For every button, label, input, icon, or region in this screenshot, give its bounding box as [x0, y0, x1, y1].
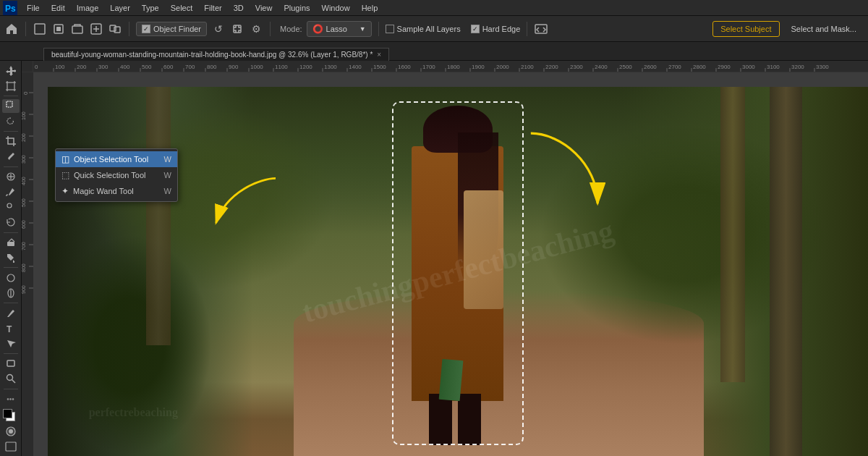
canvas-content: touchingperfectbeaching perfectrebeachin… — [33, 72, 868, 456]
pen-tool[interactable] — [2, 306, 20, 320]
history-brush-tool[interactable] — [2, 216, 20, 229]
menu-plugins[interactable]: Plugins — [278, 2, 315, 14]
file-tab-name: beautiful-young-woman-standing-mountain-… — [51, 51, 373, 59]
hard-edge-wrapper[interactable]: ✓ Hard Edge — [471, 25, 521, 33]
foliage-detail-3 — [48, 235, 212, 456]
screen-mode-btn[interactable] — [2, 439, 20, 453]
svg-point-24 — [7, 203, 12, 208]
woman-figure — [401, 106, 516, 445]
options-bar: ✓ Object Finder ↺ ⚙ Mode: ⭕ Lasso ▼ Samp… — [0, 16, 868, 42]
menu-bar: Ps File Edit Image Layer Type Select Fil… — [0, 0, 868, 16]
rect-tool-icon-2[interactable] — [51, 22, 66, 36]
blur-tool[interactable] — [2, 271, 20, 284]
svg-text:0: 0 — [35, 64, 38, 70]
sample-all-layers-wrapper[interactable]: Sample All Layers — [386, 25, 461, 33]
eyedropper-tool[interactable] — [2, 150, 20, 164]
menu-image[interactable]: Image — [72, 2, 104, 14]
dodge-tool[interactable] — [2, 286, 20, 300]
menu-window[interactable]: Window — [317, 2, 355, 14]
svg-line-32 — [12, 380, 15, 384]
menu-layer[interactable]: Layer — [105, 2, 135, 14]
dropdown-item-quick-selection[interactable]: ⬚ Quick Selection Tool W — [56, 167, 177, 183]
type-tool[interactable]: T — [2, 321, 20, 335]
crop-tool[interactable] — [2, 135, 20, 148]
path-select-tool[interactable] — [2, 337, 20, 350]
object-selection-icon: ◫ — [61, 154, 69, 164]
select-subject-button[interactable]: Select Subject — [712, 21, 779, 37]
select-and-mask-button[interactable]: Select and Mask... — [784, 22, 864, 36]
ruler-h-content: 0 100 200 300 400 500 600 — [33, 61, 868, 72]
menu-help[interactable]: Help — [357, 2, 383, 14]
rect-tool-icon-5[interactable] — [108, 22, 122, 36]
svg-text:400: 400 — [120, 64, 130, 70]
svg-text:1500: 1500 — [373, 64, 386, 70]
object-finder-button[interactable]: ✓ Object Finder — [136, 22, 207, 36]
eraser-tool[interactable] — [2, 235, 20, 249]
ruler-horizontal: 0 100 200 300 400 500 600 — [22, 61, 868, 72]
zoom-tool[interactable] — [2, 372, 20, 386]
menu-3d[interactable]: 3D — [229, 2, 249, 14]
menu-filter[interactable]: Filter — [199, 2, 226, 14]
quick-selection-shortcut: W — [164, 171, 171, 180]
gear-icon[interactable]: ⚙ — [249, 22, 263, 36]
brush-tool[interactable] — [2, 185, 20, 199]
svg-text:2900: 2900 — [718, 64, 731, 70]
svg-text:400: 400 — [22, 177, 26, 185]
rect-tool-icon-4[interactable] — [89, 22, 103, 36]
expand-icon[interactable] — [230, 22, 244, 36]
svg-text:1200: 1200 — [299, 64, 312, 70]
mode-dropdown[interactable]: ⭕ Lasso ▼ — [307, 21, 372, 37]
extra-tools[interactable]: ••• — [2, 392, 20, 406]
menu-type[interactable]: Type — [137, 2, 164, 14]
svg-text:2500: 2500 — [619, 64, 632, 70]
hard-edge-check: ✓ — [472, 25, 478, 33]
menu-select[interactable]: Select — [166, 2, 198, 14]
svg-text:1300: 1300 — [324, 64, 337, 70]
rectangle-shape-tool[interactable] — [2, 357, 20, 371]
dropdown-item-magic-wand[interactable]: ✦ Magic Wand Tool W — [56, 183, 177, 199]
workspace: T ••• — [0, 61, 868, 456]
file-tab-close[interactable]: × — [377, 51, 381, 59]
paint-bucket-tool[interactable] — [2, 250, 20, 264]
transfer-icon[interactable] — [534, 22, 548, 36]
file-tab[interactable]: beautiful-young-woman-standing-mountain-… — [43, 48, 389, 61]
svg-rect-20 — [7, 101, 12, 107]
quick-mask-btn[interactable] — [2, 424, 20, 438]
tree-trunk-right — [770, 87, 802, 456]
heal-tool[interactable] — [2, 169, 20, 183]
color-swatches[interactable] — [3, 409, 19, 421]
svg-text:500: 500 — [142, 64, 152, 70]
svg-text:100: 100 — [55, 64, 65, 70]
quick-selection-icon: ⬚ — [61, 170, 69, 180]
move-tool[interactable] — [2, 64, 20, 77]
menu-edit[interactable]: Edit — [46, 2, 70, 14]
svg-text:1700: 1700 — [422, 64, 435, 70]
rect-tool-icon-3[interactable] — [70, 22, 85, 36]
svg-point-31 — [7, 375, 12, 381]
sample-all-layers-checkbox[interactable] — [386, 25, 394, 33]
clone-tool[interactable] — [2, 200, 20, 214]
artboard-tool[interactable] — [2, 79, 20, 93]
sample-all-layers-label: Sample All Layers — [397, 25, 461, 33]
tree-trunk-left — [146, 87, 171, 345]
menu-file[interactable]: File — [22, 2, 45, 14]
refresh-icon[interactable]: ↺ — [211, 22, 226, 36]
svg-rect-8 — [114, 27, 120, 33]
hard-edge-label: Hard Edge — [482, 25, 521, 33]
svg-text:700: 700 — [185, 64, 195, 70]
lasso-icon: ⭕ — [312, 24, 323, 34]
ruler-v-svg: 0 100 200 300 400 500 600 700 80 — [22, 72, 33, 456]
home-icon[interactable] — [4, 22, 19, 36]
tab-bar: beautiful-young-woman-standing-mountain-… — [0, 42, 868, 61]
tool-dropdown-menu: ◫ Object Selection Tool W ⬚ Quick Select… — [55, 148, 178, 202]
menu-view[interactable]: View — [250, 2, 278, 14]
svg-text:200: 200 — [77, 64, 87, 70]
move-tool-icon[interactable] — [33, 22, 47, 36]
hard-edge-checkbox[interactable]: ✓ — [471, 25, 480, 33]
svg-text:600: 600 — [22, 220, 26, 229]
lasso-tool[interactable] — [2, 114, 20, 128]
tool-sep-5 — [4, 267, 18, 268]
dropdown-item-object-selection[interactable]: ◫ Object Selection Tool W — [56, 151, 177, 167]
svg-text:Ps: Ps — [5, 4, 16, 14]
selection-tool[interactable] — [2, 99, 20, 113]
